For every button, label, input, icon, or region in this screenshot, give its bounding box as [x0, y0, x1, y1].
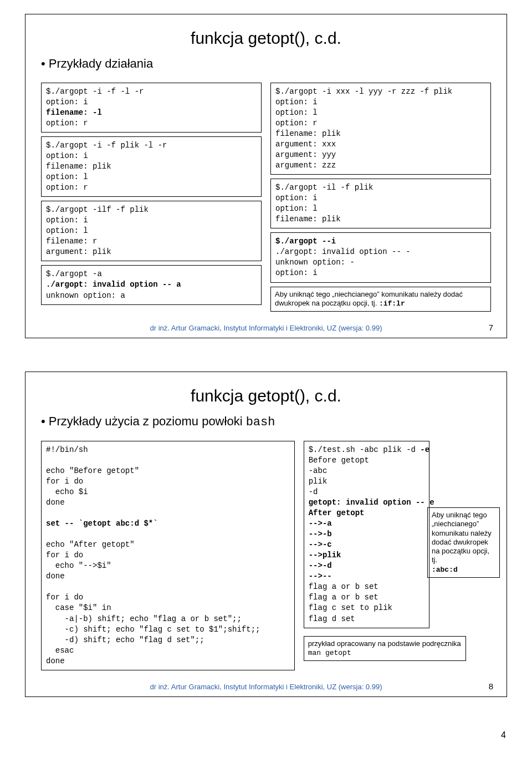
- left-column: $./argopt -i -f -l -r option: i filename…: [41, 79, 262, 316]
- note-text: przykład opracowany na podstawie podręcz…: [308, 639, 461, 648]
- code-box: $./test.sh -abc plik -d -e Before getopt…: [304, 441, 430, 628]
- bullet-code: bash: [246, 415, 275, 429]
- bullet-text: Przykłady użycia z poziomu powłoki: [49, 414, 246, 428]
- slide-bullet: Przykłady użycia z poziomu powłoki bash: [41, 414, 491, 429]
- note-code: :if:lr: [379, 299, 405, 308]
- slide-page-number: 7: [489, 323, 493, 332]
- code-box: $./argopt -i -f -l -r option: i filename…: [41, 83, 262, 133]
- left-column: #!/bin/sh echo "Before getopt" for i do …: [41, 437, 295, 674]
- slide-page-number: 8: [489, 682, 493, 691]
- slide-footer: dr inż. Artur Gramacki, Instytut Informa…: [25, 683, 507, 691]
- slide-title: funkcja getopt(), c.d.: [41, 29, 491, 48]
- code-box: $./argopt -a ./argopt: invalid option --…: [41, 265, 262, 304]
- highlight-line: filename: -l: [46, 108, 102, 117]
- code-box: $./argopt -ilf -f plik option: i option:…: [41, 201, 262, 261]
- code-box: #!/bin/sh echo "Before getopt" for i do …: [41, 441, 295, 670]
- highlight-line: $./argopt --i: [275, 237, 336, 246]
- highlight-opt: -e: [420, 445, 429, 454]
- right-column: $./test.sh -abc plik -d -e Before getopt…: [304, 437, 491, 674]
- note-code: man getopt: [308, 649, 351, 657]
- document-page-number: 4: [24, 730, 508, 740]
- note-box: Aby uniknąć tego „niechcianego” komunika…: [270, 287, 491, 312]
- note-code: :abc:d: [432, 566, 458, 574]
- highlight-block: getopt: invalid option -- e After getopt…: [309, 498, 434, 581]
- slide-8: funkcja getopt(), c.d. Przykłady użycia …: [25, 372, 507, 697]
- columns: $./argopt -i -f -l -r option: i filename…: [41, 79, 491, 316]
- slide-title: funkcja getopt(), c.d.: [41, 387, 491, 405]
- note-box: Aby uniknąć tego „niechcianego” komunika…: [427, 507, 500, 578]
- code-box: $./argopt -il -f plik option: i option: …: [270, 179, 491, 228]
- note-text: Aby uniknąć tego „niechcianego” komunika…: [275, 290, 463, 307]
- right-column: $./argopt -i xxx -l yyy -r zzz -f plik o…: [270, 79, 491, 316]
- slide-bullet: Przykłady działania: [41, 57, 491, 71]
- note-box: przykład opracowany na podstawie podręcz…: [304, 636, 466, 662]
- code-box: $./argopt --i ./argopt: invalid option -…: [270, 232, 491, 282]
- highlight-line: set -- `getopt abc:d $*`: [46, 519, 158, 528]
- pre-text: $./test.sh -abc plik -d: [309, 445, 421, 454]
- note-text: Aby uniknąć tego „niechcianego” komunika…: [432, 511, 492, 564]
- columns: #!/bin/sh echo "Before getopt" for i do …: [41, 437, 491, 674]
- slide-footer: dr inż. Artur Gramacki, Instytut Informa…: [25, 324, 507, 332]
- code-box: $./argopt -i -f plik -l -r option: i fil…: [41, 136, 262, 197]
- tail-text: flag a or b set flag a or b set flag c s…: [309, 582, 392, 623]
- slide-7: funkcja getopt(), c.d. Przykłady działan…: [25, 14, 507, 338]
- highlight-line: ./argopt: invalid option -- a: [46, 280, 181, 289]
- code-box: $./argopt -i xxx -l yyy -r zzz -f plik o…: [270, 83, 491, 175]
- mid-text: Before getopt -abc plik -d: [309, 456, 369, 496]
